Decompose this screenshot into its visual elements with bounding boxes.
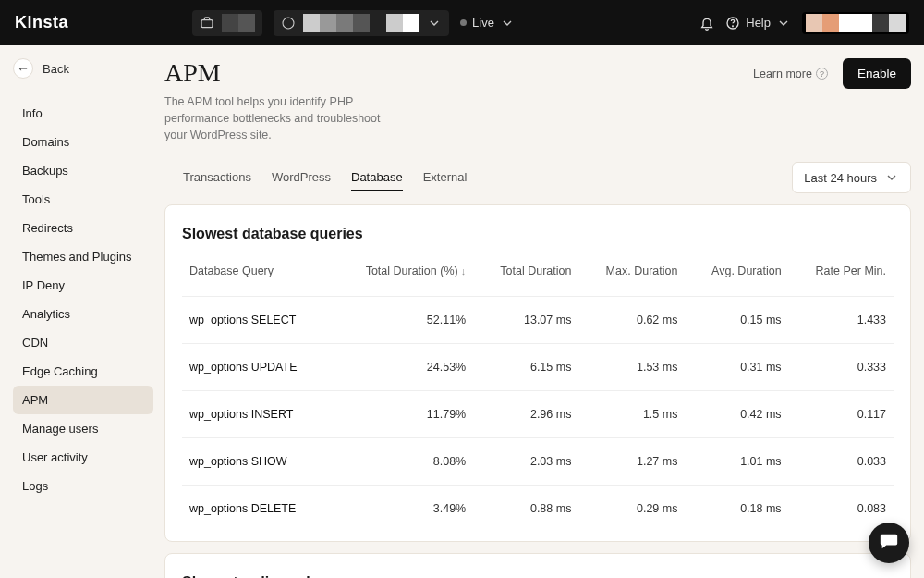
status-dot-icon xyxy=(460,19,467,26)
cell-max: 1.53 ms xyxy=(578,344,685,391)
cell-query: wp_options SHOW xyxy=(182,438,332,486)
card-title: Slowest database queries xyxy=(182,205,894,253)
sidebar: ← Back InfoDomainsBackupsToolsRedirectsT… xyxy=(0,45,163,578)
cell-total: 2.03 ms xyxy=(473,438,578,486)
table-row[interactable]: wp_options SELECT52.11%13.07 ms0.62 ms0.… xyxy=(182,297,894,344)
account-swatches xyxy=(806,14,906,32)
chat-icon xyxy=(879,531,899,555)
tabs: TransactionsWordPressDatabaseExternal xyxy=(164,165,467,191)
enable-button[interactable]: Enable xyxy=(843,58,911,89)
sort-desc-icon: ↓ xyxy=(458,265,467,277)
cell-avg: 0.18 ms xyxy=(685,486,788,533)
tab-wordpress[interactable]: WordPress xyxy=(272,165,331,191)
cell-max: 0.62 ms xyxy=(578,297,685,344)
column-header[interactable]: Database Query xyxy=(182,253,332,297)
environment-selector[interactable]: Live xyxy=(460,16,515,31)
column-header[interactable]: Max. Duration xyxy=(578,253,685,297)
cell-pct: 24.53% xyxy=(332,344,473,391)
cell-query: wp_options UPDATE xyxy=(182,344,332,391)
topbar: Kinsta Live Help xyxy=(0,0,924,45)
card-slowest-redis-cache: Slowest redis cache xyxy=(164,553,911,578)
queries-table: Database QueryTotal Duration (%) ↓Total … xyxy=(182,253,894,532)
sidebar-item-themes-and-plugins[interactable]: Themes and Plugins xyxy=(13,242,153,271)
learn-more-link[interactable]: Learn more ? xyxy=(753,68,828,80)
help-menu[interactable]: Help xyxy=(725,16,791,31)
cell-rate: 0.033 xyxy=(789,438,894,486)
chevron-down-icon xyxy=(884,170,899,185)
time-range-selector[interactable]: Last 24 hours xyxy=(792,162,911,193)
cell-max: 0.29 ms xyxy=(578,486,685,533)
time-range-label: Last 24 hours xyxy=(804,171,877,185)
column-header[interactable]: Total Duration (%) ↓ xyxy=(332,253,473,297)
sidebar-item-redirects[interactable]: Redirects xyxy=(13,214,153,242)
tab-database[interactable]: Database xyxy=(351,165,403,191)
tab-external[interactable]: External xyxy=(423,165,468,191)
bell-icon[interactable] xyxy=(699,16,714,31)
chevron-down-icon xyxy=(500,16,515,31)
cell-pct: 11.79% xyxy=(332,391,473,438)
sidebar-item-manage-users[interactable]: Manage users xyxy=(13,414,153,443)
tab-transactions[interactable]: Transactions xyxy=(183,165,251,191)
cell-rate: 1.433 xyxy=(789,297,894,344)
cell-avg: 0.15 ms xyxy=(685,297,788,344)
chevron-down-icon xyxy=(776,16,791,31)
cell-max: 1.27 ms xyxy=(578,438,685,486)
cell-total: 13.07 ms xyxy=(473,297,578,344)
cell-total: 0.88 ms xyxy=(473,486,578,533)
cell-avg: 1.01 ms xyxy=(685,438,788,486)
cell-pct: 8.08% xyxy=(332,438,473,486)
help-icon xyxy=(725,16,740,31)
card-slowest-db-queries: Slowest database queries Database QueryT… xyxy=(164,204,911,542)
cell-total: 2.96 ms xyxy=(473,391,578,438)
sidebar-item-logs[interactable]: Logs xyxy=(13,472,153,500)
chat-widget-button[interactable] xyxy=(869,523,909,563)
brand-logo[interactable]: Kinsta xyxy=(15,13,68,32)
sidebar-item-analytics[interactable]: Analytics xyxy=(13,300,153,328)
page-description: The APM tool helps you identify PHP perf… xyxy=(164,93,405,143)
back-label: Back xyxy=(43,62,69,76)
sidebar-item-backups[interactable]: Backups xyxy=(13,156,153,185)
cell-avg: 0.42 ms xyxy=(685,391,788,438)
help-label: Help xyxy=(746,16,771,30)
column-header[interactable]: Avg. Duration xyxy=(685,253,788,297)
svg-point-3 xyxy=(733,25,734,26)
app-selector[interactable] xyxy=(274,10,449,36)
card-title: Slowest redis cache xyxy=(182,554,894,578)
cell-query: wp_options DELETE xyxy=(182,486,332,533)
svg-point-1 xyxy=(283,18,294,29)
sidebar-item-ip-deny[interactable]: IP Deny xyxy=(13,271,153,300)
cell-pct: 3.49% xyxy=(332,486,473,533)
cell-rate: 0.333 xyxy=(789,344,894,391)
table-row[interactable]: wp_options INSERT11.79%2.96 ms1.5 ms0.42… xyxy=(182,391,894,438)
table-row[interactable]: wp_options UPDATE24.53%6.15 ms1.53 ms0.3… xyxy=(182,344,894,391)
sidebar-item-info[interactable]: Info xyxy=(13,99,153,128)
cell-rate: 0.117 xyxy=(789,391,894,438)
cell-query: wp_options SELECT xyxy=(182,297,332,344)
column-header[interactable]: Total Duration xyxy=(473,253,578,297)
table-row[interactable]: wp_options DELETE3.49%0.88 ms0.29 ms0.18… xyxy=(182,486,894,533)
main-content: APM The APM tool helps you identify PHP … xyxy=(163,45,924,578)
wordpress-icon xyxy=(281,16,296,31)
page-title: APM xyxy=(164,58,405,88)
cell-pct: 52.11% xyxy=(332,297,473,344)
cell-max: 1.5 ms xyxy=(578,391,685,438)
sidebar-item-domains[interactable]: Domains xyxy=(13,128,153,156)
column-header[interactable]: Rate Per Min. xyxy=(789,253,894,297)
back-button[interactable]: ← Back xyxy=(13,58,153,79)
sidebar-item-cdn[interactable]: CDN xyxy=(13,328,153,357)
sidebar-item-tools[interactable]: Tools xyxy=(13,185,153,214)
app-swatches xyxy=(303,14,419,32)
sidebar-item-edge-caching[interactable]: Edge Caching xyxy=(13,357,153,386)
table-row[interactable]: wp_options SHOW8.08%2.03 ms1.27 ms1.01 m… xyxy=(182,438,894,486)
cell-total: 6.15 ms xyxy=(473,344,578,391)
site-swatches xyxy=(222,14,255,32)
briefcase-icon xyxy=(200,16,214,31)
site-selector[interactable] xyxy=(192,10,262,36)
sidebar-item-apm[interactable]: APM xyxy=(13,386,153,414)
live-label: Live xyxy=(472,16,494,30)
svg-rect-0 xyxy=(201,19,213,27)
chevron-down-icon xyxy=(427,16,442,31)
account-menu[interactable] xyxy=(802,12,909,34)
learn-more-label: Learn more xyxy=(753,68,812,80)
sidebar-item-user-activity[interactable]: User activity xyxy=(13,443,153,472)
